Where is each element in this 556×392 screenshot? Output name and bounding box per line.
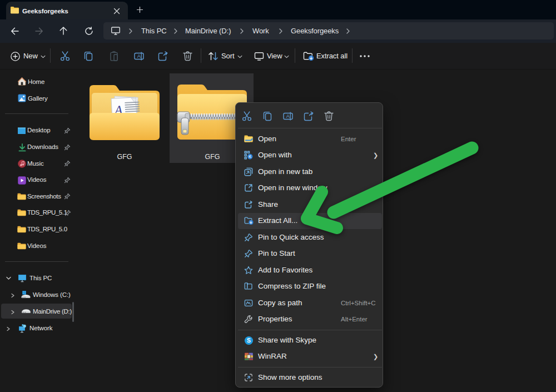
svg-text:A: A [137, 53, 141, 59]
svg-text:A: A [286, 113, 290, 119]
svg-text:S: S [247, 337, 251, 344]
